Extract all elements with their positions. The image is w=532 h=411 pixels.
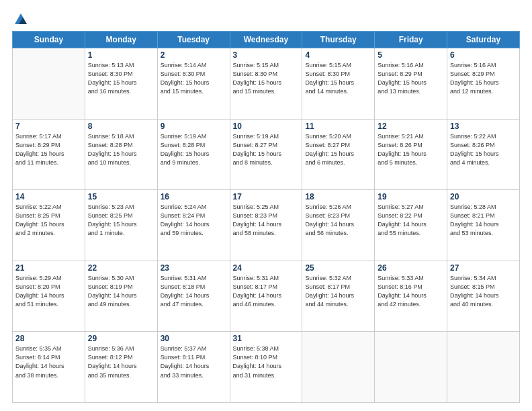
calendar-cell: 30Sunrise: 5:37 AM Sunset: 8:11 PM Dayli… xyxy=(157,332,230,403)
calendar-cell: 2Sunrise: 5:14 AM Sunset: 8:30 PM Daylig… xyxy=(157,48,230,120)
calendar-cell: 4Sunrise: 5:15 AM Sunset: 8:30 PM Daylig… xyxy=(302,48,375,120)
weekday-header-monday: Monday xyxy=(85,32,157,48)
calendar-cell: 9Sunrise: 5:19 AM Sunset: 8:28 PM Daylig… xyxy=(157,119,230,190)
calendar: SundayMondayTuesdayWednesdayThursdayFrid… xyxy=(12,31,520,403)
day-number: 11 xyxy=(305,122,371,131)
logo xyxy=(12,12,28,24)
week-row-1: 1Sunrise: 5:13 AM Sunset: 8:30 PM Daylig… xyxy=(13,48,520,120)
day-number: 31 xyxy=(233,334,300,343)
day-number: 19 xyxy=(378,192,444,201)
calendar-cell: 26Sunrise: 5:33 AM Sunset: 8:16 PM Dayli… xyxy=(375,261,447,332)
calendar-cell: 15Sunrise: 5:23 AM Sunset: 8:25 PM Dayli… xyxy=(85,190,157,261)
day-number: 6 xyxy=(450,50,517,60)
day-info: Sunrise: 5:29 AM Sunset: 8:20 PM Dayligh… xyxy=(15,274,82,309)
calendar-cell: 27Sunrise: 5:34 AM Sunset: 8:15 PM Dayli… xyxy=(447,261,520,332)
day-number: 28 xyxy=(15,334,82,343)
calendar-cell: 10Sunrise: 5:19 AM Sunset: 8:27 PM Dayli… xyxy=(230,119,302,190)
day-info: Sunrise: 5:33 AM Sunset: 8:16 PM Dayligh… xyxy=(378,274,444,309)
page: SundayMondayTuesdayWednesdayThursdayFrid… xyxy=(0,0,532,411)
day-info: Sunrise: 5:18 AM Sunset: 8:28 PM Dayligh… xyxy=(88,132,154,167)
day-info: Sunrise: 5:15 AM Sunset: 8:30 PM Dayligh… xyxy=(305,61,371,96)
calendar-cell: 19Sunrise: 5:27 AM Sunset: 8:22 PM Dayli… xyxy=(375,190,447,261)
calendar-cell: 1Sunrise: 5:13 AM Sunset: 8:30 PM Daylig… xyxy=(85,48,157,120)
calendar-cell: 14Sunrise: 5:22 AM Sunset: 8:25 PM Dayli… xyxy=(13,190,85,261)
calendar-cell: 31Sunrise: 5:38 AM Sunset: 8:10 PM Dayli… xyxy=(230,332,302,403)
day-number: 26 xyxy=(378,263,444,273)
day-number: 20 xyxy=(450,192,517,201)
day-info: Sunrise: 5:23 AM Sunset: 8:25 PM Dayligh… xyxy=(88,203,154,238)
calendar-cell xyxy=(302,332,375,403)
calendar-cell: 17Sunrise: 5:25 AM Sunset: 8:23 PM Dayli… xyxy=(230,190,302,261)
day-info: Sunrise: 5:21 AM Sunset: 8:26 PM Dayligh… xyxy=(378,132,444,167)
calendar-cell: 20Sunrise: 5:28 AM Sunset: 8:21 PM Dayli… xyxy=(447,190,520,261)
day-number: 16 xyxy=(161,192,227,201)
day-number: 27 xyxy=(450,263,517,273)
day-info: Sunrise: 5:19 AM Sunset: 8:27 PM Dayligh… xyxy=(233,132,300,167)
weekday-header-saturday: Saturday xyxy=(447,32,520,48)
day-number: 9 xyxy=(161,122,227,131)
calendar-cell xyxy=(447,332,520,403)
week-row-5: 28Sunrise: 5:35 AM Sunset: 8:14 PM Dayli… xyxy=(13,332,520,403)
calendar-cell: 3Sunrise: 5:15 AM Sunset: 8:30 PM Daylig… xyxy=(230,48,302,120)
day-number: 18 xyxy=(305,192,371,201)
day-info: Sunrise: 5:15 AM Sunset: 8:30 PM Dayligh… xyxy=(233,61,300,96)
day-number: 1 xyxy=(88,50,154,60)
calendar-cell xyxy=(375,332,447,403)
calendar-cell: 16Sunrise: 5:24 AM Sunset: 8:24 PM Dayli… xyxy=(157,190,230,261)
day-info: Sunrise: 5:14 AM Sunset: 8:30 PM Dayligh… xyxy=(161,61,227,96)
day-number: 13 xyxy=(450,122,517,131)
day-number: 5 xyxy=(378,50,444,60)
calendar-cell: 24Sunrise: 5:31 AM Sunset: 8:17 PM Dayli… xyxy=(230,261,302,332)
calendar-cell: 7Sunrise: 5:17 AM Sunset: 8:29 PM Daylig… xyxy=(13,119,85,190)
day-number: 3 xyxy=(233,50,300,60)
calendar-cell: 23Sunrise: 5:31 AM Sunset: 8:18 PM Dayli… xyxy=(157,261,230,332)
day-number: 17 xyxy=(233,192,300,201)
day-number: 4 xyxy=(305,50,371,60)
day-number: 24 xyxy=(233,263,300,273)
logo-icon xyxy=(13,12,28,27)
weekday-header-sunday: Sunday xyxy=(13,32,85,48)
logo-text xyxy=(12,12,28,27)
day-info: Sunrise: 5:37 AM Sunset: 8:11 PM Dayligh… xyxy=(161,345,227,379)
day-info: Sunrise: 5:31 AM Sunset: 8:18 PM Dayligh… xyxy=(161,274,227,309)
day-number: 25 xyxy=(305,263,371,273)
weekday-header-row: SundayMondayTuesdayWednesdayThursdayFrid… xyxy=(13,32,520,48)
weekday-header-tuesday: Tuesday xyxy=(157,32,230,48)
calendar-cell: 22Sunrise: 5:30 AM Sunset: 8:19 PM Dayli… xyxy=(85,261,157,332)
day-info: Sunrise: 5:16 AM Sunset: 8:29 PM Dayligh… xyxy=(378,61,444,96)
day-info: Sunrise: 5:30 AM Sunset: 8:19 PM Dayligh… xyxy=(88,274,154,309)
day-info: Sunrise: 5:16 AM Sunset: 8:29 PM Dayligh… xyxy=(450,61,517,96)
day-number: 10 xyxy=(233,122,300,131)
day-number: 7 xyxy=(15,122,82,131)
day-number: 21 xyxy=(15,263,82,273)
week-row-4: 21Sunrise: 5:29 AM Sunset: 8:20 PM Dayli… xyxy=(13,261,520,332)
header xyxy=(12,12,520,24)
calendar-cell: 29Sunrise: 5:36 AM Sunset: 8:12 PM Dayli… xyxy=(85,332,157,403)
day-info: Sunrise: 5:26 AM Sunset: 8:23 PM Dayligh… xyxy=(305,203,371,238)
calendar-cell: 21Sunrise: 5:29 AM Sunset: 8:20 PM Dayli… xyxy=(13,261,85,332)
day-info: Sunrise: 5:32 AM Sunset: 8:17 PM Dayligh… xyxy=(305,274,371,309)
day-info: Sunrise: 5:20 AM Sunset: 8:27 PM Dayligh… xyxy=(305,132,371,167)
day-info: Sunrise: 5:19 AM Sunset: 8:28 PM Dayligh… xyxy=(161,132,227,167)
calendar-cell: 25Sunrise: 5:32 AM Sunset: 8:17 PM Dayli… xyxy=(302,261,375,332)
day-number: 2 xyxy=(161,50,227,60)
day-info: Sunrise: 5:22 AM Sunset: 8:26 PM Dayligh… xyxy=(450,132,517,167)
day-info: Sunrise: 5:31 AM Sunset: 8:17 PM Dayligh… xyxy=(233,274,300,309)
day-info: Sunrise: 5:24 AM Sunset: 8:24 PM Dayligh… xyxy=(161,203,227,238)
day-info: Sunrise: 5:25 AM Sunset: 8:23 PM Dayligh… xyxy=(233,203,300,238)
day-info: Sunrise: 5:36 AM Sunset: 8:12 PM Dayligh… xyxy=(88,345,154,379)
day-number: 23 xyxy=(161,263,227,273)
calendar-cell: 18Sunrise: 5:26 AM Sunset: 8:23 PM Dayli… xyxy=(302,190,375,261)
week-row-2: 7Sunrise: 5:17 AM Sunset: 8:29 PM Daylig… xyxy=(13,119,520,190)
weekday-header-thursday: Thursday xyxy=(302,32,375,48)
weekday-header-wednesday: Wednesday xyxy=(230,32,302,48)
weekday-header-friday: Friday xyxy=(375,32,447,48)
day-info: Sunrise: 5:38 AM Sunset: 8:10 PM Dayligh… xyxy=(233,345,300,379)
calendar-cell xyxy=(13,48,85,120)
day-number: 15 xyxy=(88,192,154,201)
calendar-cell: 5Sunrise: 5:16 AM Sunset: 8:29 PM Daylig… xyxy=(375,48,447,120)
calendar-cell: 11Sunrise: 5:20 AM Sunset: 8:27 PM Dayli… xyxy=(302,119,375,190)
week-row-3: 14Sunrise: 5:22 AM Sunset: 8:25 PM Dayli… xyxy=(13,190,520,261)
day-info: Sunrise: 5:34 AM Sunset: 8:15 PM Dayligh… xyxy=(450,274,517,309)
day-number: 14 xyxy=(15,192,82,201)
